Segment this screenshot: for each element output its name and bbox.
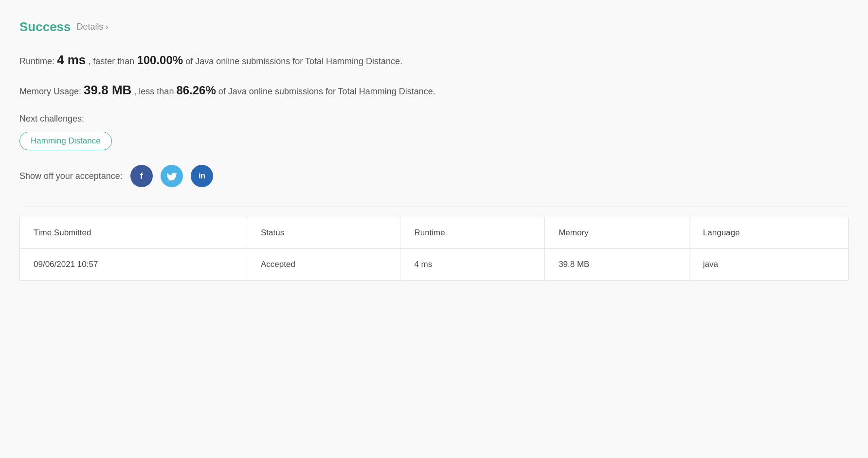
col-runtime: Runtime — [400, 217, 545, 249]
col-language: Language — [689, 217, 848, 249]
header-row: Success Details › — [19, 19, 849, 35]
details-chevron-icon: › — [106, 22, 108, 32]
share-label: Show off your acceptance: — [19, 171, 123, 181]
twitter-icon[interactable] — [161, 165, 183, 187]
cell-language: java — [689, 249, 848, 281]
linkedin-letters: in — [199, 172, 205, 180]
runtime-suffix: of Java online submissions for Total Ham… — [185, 56, 402, 66]
facebook-icon[interactable]: f — [130, 165, 153, 187]
cell-time: 09/06/2021 10:57 — [20, 249, 247, 281]
submissions-table: Time Submitted Status Runtime Memory Lan… — [19, 217, 849, 281]
table-header: Time Submitted Status Runtime Memory Lan… — [20, 217, 849, 249]
details-link[interactable]: Details › — [77, 22, 108, 32]
memory-suffix: of Java online submissions for Total Ham… — [218, 87, 435, 96]
share-row: Show off your acceptance: f in — [19, 165, 849, 187]
runtime-prefix: Runtime: — [19, 56, 54, 66]
memory-percent: 86.26% — [176, 84, 216, 97]
twitter-bird-icon — [166, 172, 177, 180]
col-time-submitted: Time Submitted — [20, 217, 247, 249]
memory-line: Memory Usage: 39.8 MB , less than 86.26%… — [19, 80, 849, 101]
facebook-letter: f — [140, 171, 143, 181]
runtime-percent: 100.00% — [137, 53, 183, 67]
runtime-line: Runtime: 4 ms , faster than 100.00% of J… — [19, 50, 849, 70]
table-row: 09/06/2021 10:57 Accepted 4 ms 39.8 MB j… — [20, 249, 849, 281]
table-header-row: Time Submitted Status Runtime Memory Lan… — [20, 217, 849, 249]
cell-status[interactable]: Accepted — [247, 249, 400, 281]
success-label: Success — [19, 19, 71, 35]
challenge-badge[interactable]: Hamming Distance — [19, 132, 112, 150]
table-body: 09/06/2021 10:57 Accepted 4 ms 39.8 MB j… — [20, 249, 849, 281]
runtime-middle: , faster than — [88, 56, 134, 66]
col-memory: Memory — [545, 217, 689, 249]
runtime-value: 4 ms — [57, 53, 86, 67]
linkedin-icon[interactable]: in — [191, 165, 213, 187]
memory-value: 39.8 MB — [84, 83, 131, 97]
cell-memory: 39.8 MB — [545, 249, 689, 281]
next-challenges-label: Next challenges: — [19, 114, 849, 124]
memory-prefix: Memory Usage: — [19, 87, 81, 96]
details-label: Details — [77, 22, 104, 32]
col-status: Status — [247, 217, 400, 249]
memory-middle: , less than — [134, 87, 174, 96]
divider — [19, 207, 849, 207]
cell-runtime: 4 ms — [400, 249, 545, 281]
